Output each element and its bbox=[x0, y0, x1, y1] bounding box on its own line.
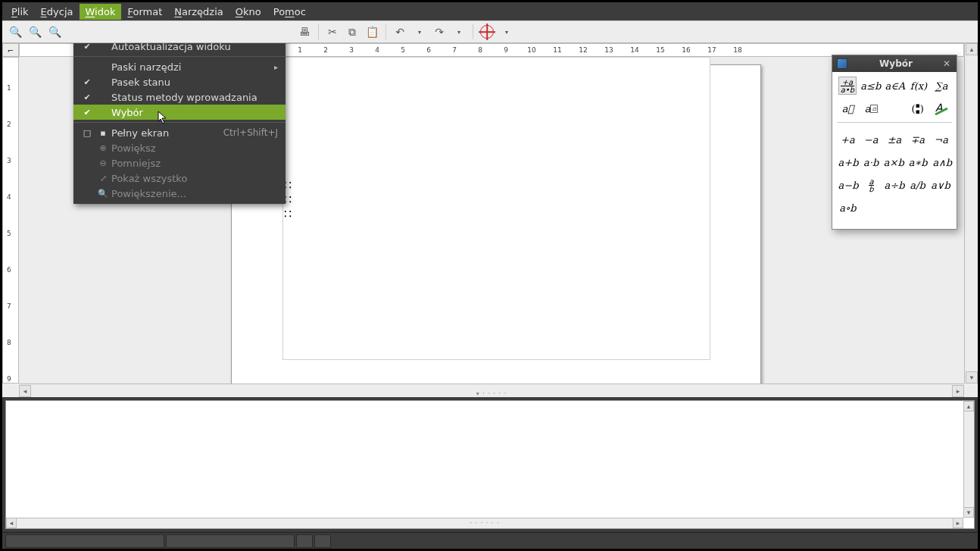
lower-splitter-grip[interactable]: · · · · · · bbox=[470, 520, 500, 527]
undo-icon[interactable]: ↶ bbox=[392, 23, 408, 40]
palette-op[interactable]: a⃗ bbox=[838, 99, 857, 117]
toolbar: 🔍 🔍 🔍 🖶 ✂ ⧉ 📋 ↶ ▾ ↷ ▾ ▾ bbox=[2, 20, 978, 43]
status-cell-3[interactable] bbox=[296, 534, 313, 548]
palette-op[interactable]: a·b bbox=[863, 153, 879, 171]
palette-op[interactable]: ab bbox=[863, 176, 880, 194]
palette-op[interactable]: A bbox=[932, 99, 950, 117]
close-icon[interactable]: ✕ bbox=[941, 58, 952, 69]
palette-op bbox=[885, 199, 904, 217]
status-cell-4[interactable] bbox=[314, 534, 331, 548]
lower-horizontal-scrollbar[interactable]: ◂ ▸ · · · · · · bbox=[6, 518, 963, 528]
palette-op[interactable]: +a bbox=[838, 130, 857, 149]
menuitem-powiększenie-: 🔍Powiększenie... bbox=[73, 186, 286, 201]
palette-app-icon bbox=[837, 58, 847, 69]
menuitem-pomniejsz: ⊖Pomniejsz bbox=[73, 155, 286, 171]
redo-dropdown-icon[interactable]: ▾ bbox=[451, 23, 467, 40]
vertical-scrollbar[interactable]: ▴ ▾ bbox=[964, 43, 978, 384]
palette-op bbox=[932, 199, 950, 217]
ruler-vertical[interactable]: 123456789 bbox=[2, 57, 19, 384]
menuitem-status-metody-wprowadzania[interactable]: ✔Status metody wprowadzania bbox=[73, 89, 286, 105]
menuitem-paski-narzędzi[interactable]: Paski narzędzi▸ bbox=[73, 59, 286, 74]
palette-body: +aa•ba≤ba∈Af(x)∑a a⃗a▫(▪▪)A +a−a±a∓a¬aa+… bbox=[832, 72, 957, 229]
paste-icon[interactable]: 📋 bbox=[364, 23, 380, 40]
status-cell-2 bbox=[166, 534, 295, 548]
menubar: PlikEdycjaWidokFormatNarzędziaOknoPomoc bbox=[2, 2, 978, 20]
menu-okno[interactable]: Okno bbox=[229, 4, 267, 20]
palette-op[interactable]: +aa•b bbox=[838, 77, 857, 95]
palette-op[interactable]: a∗b bbox=[908, 153, 928, 171]
formula-input-pane[interactable]: ▴ ▾ ◂ ▸ · · · · · · bbox=[5, 400, 975, 529]
menu-format[interactable]: Format bbox=[121, 4, 168, 20]
menu-edycja[interactable]: Edycja bbox=[35, 4, 80, 20]
menuitem-powiększ: ⊕Powiększ bbox=[73, 140, 286, 155]
palette-op[interactable]: ∑a bbox=[932, 77, 950, 95]
ruler-corner[interactable]: ⌐ bbox=[2, 43, 19, 57]
redo-icon[interactable]: ↷ bbox=[431, 23, 448, 40]
undo-dropdown-icon[interactable]: ▾ bbox=[411, 23, 428, 40]
palette-op bbox=[908, 199, 927, 217]
palette-op bbox=[862, 199, 881, 217]
cut-icon[interactable]: ✂ bbox=[324, 23, 341, 40]
status-cell-1 bbox=[5, 534, 164, 548]
zoom-in-icon[interactable]: 🔍 bbox=[7, 23, 23, 40]
selection-palette[interactable]: Wybór ✕ +aa•ba≤ba∈Af(x)∑a a⃗a▫(▪▪)A +a−a… bbox=[832, 55, 957, 230]
palette-op[interactable]: a÷b bbox=[885, 176, 904, 194]
menuitem-wybór[interactable]: ✔Wybór bbox=[73, 105, 286, 120]
menu-narzędzia[interactable]: Narzędzia bbox=[168, 4, 229, 20]
palette-op[interactable]: a∈A bbox=[885, 77, 905, 95]
formula-cursor-icon[interactable] bbox=[479, 23, 495, 40]
palette-op[interactable]: a∘b bbox=[838, 199, 857, 217]
zoom-out-icon[interactable]: 🔍 bbox=[46, 23, 63, 40]
palette-op[interactable]: a+b bbox=[838, 153, 858, 171]
horizontal-scrollbar[interactable]: ◂ ▸ ▾ · · · · · bbox=[19, 384, 964, 397]
cursor-pointer-icon bbox=[158, 111, 170, 126]
menuitem-autoaktualizacja-widoku[interactable]: ✔Autoaktualizacja widoku bbox=[73, 43, 286, 54]
menu-pomoc[interactable]: Pomoc bbox=[267, 4, 312, 20]
zoom-actual-icon[interactable]: 🔍 bbox=[27, 23, 43, 40]
splitter-grip[interactable]: ▾ · · · · · bbox=[476, 390, 507, 397]
palette-op[interactable]: ¬a bbox=[932, 130, 950, 149]
view-menu-dropdown: ⟳AktualizujF9✔Autoaktualizacja widokuPas… bbox=[73, 43, 286, 204]
lower-vertical-scrollbar[interactable]: ▴ ▾ bbox=[963, 401, 974, 518]
menuitem-pokaż-wszystko: ⤢Pokaż wszystko bbox=[73, 171, 286, 186]
formula-cursor-dropdown-icon[interactable]: ▾ bbox=[498, 23, 515, 40]
menuitem-pasek-stanu[interactable]: ✔Pasek stanu bbox=[73, 74, 286, 89]
menu-widok[interactable]: Widok bbox=[80, 4, 122, 20]
palette-op[interactable]: a×b bbox=[884, 153, 904, 171]
palette-op[interactable]: a∨b bbox=[931, 176, 950, 194]
menu-plik[interactable]: Plik bbox=[5, 4, 35, 20]
palette-title-text: Wybór bbox=[850, 58, 941, 69]
palette-op[interactable]: a∧b bbox=[932, 153, 952, 171]
palette-op[interactable]: a≤b bbox=[861, 77, 881, 95]
palette-op[interactable]: f(x) bbox=[910, 77, 928, 95]
palette-titlebar[interactable]: Wybór ✕ bbox=[832, 55, 957, 72]
palette-op[interactable]: a▫ bbox=[862, 99, 881, 117]
palette-op[interactable]: ±a bbox=[885, 130, 904, 149]
statusbar bbox=[2, 532, 978, 549]
palette-op[interactable]: −a bbox=[862, 130, 881, 149]
palette-op[interactable]: a−b bbox=[838, 176, 858, 194]
palette-op bbox=[885, 99, 904, 117]
palette-op[interactable]: ∓a bbox=[908, 130, 927, 149]
palette-op[interactable]: a/b bbox=[909, 176, 926, 194]
copy-icon[interactable]: ⧉ bbox=[344, 23, 360, 40]
print-icon[interactable]: 🖶 bbox=[296, 23, 313, 40]
menuitem-pełny-ekran[interactable]: □▪Pełny ekranCtrl+Shift+J bbox=[73, 125, 286, 140]
document-text-frame[interactable] bbox=[282, 57, 710, 360]
palette-op[interactable]: (▪▪) bbox=[908, 99, 927, 117]
